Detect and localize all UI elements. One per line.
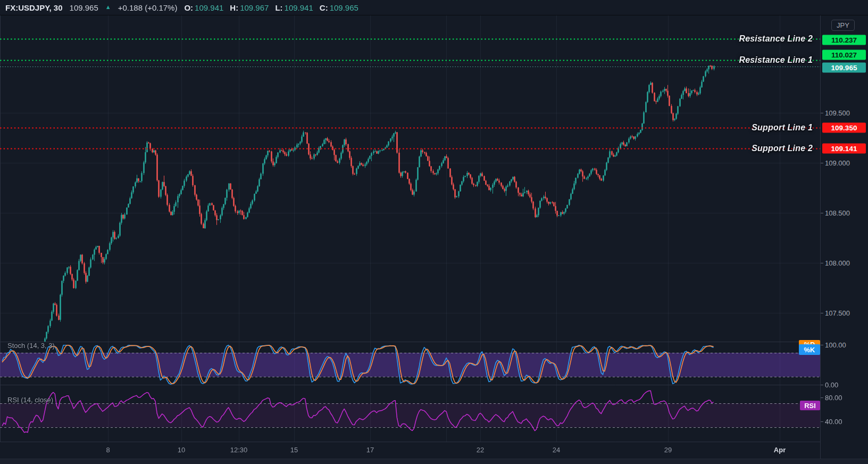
currency-button[interactable]: JPY [831, 20, 855, 31]
ohlc-label: L: [275, 3, 282, 12]
time-axis-label: 12:30 [230, 442, 248, 459]
ohlc-value: 109.941 [195, 3, 223, 12]
ohlc-value: 109.967 [240, 3, 269, 12]
rsi-axis-badge: RSI [800, 401, 820, 410]
price-axis-label: 108.000 [825, 259, 850, 267]
bottom-edge-strip [0, 459, 868, 464]
time-axis-label: 8 [106, 442, 110, 459]
price-axis-label: 108.500 [825, 209, 850, 217]
price-axis-label: 109.500 [825, 109, 850, 117]
ohlc-label: O: [184, 3, 193, 12]
axis-tick-mark [821, 163, 823, 163]
time-axis-label: 29 [664, 442, 672, 459]
price-axis-label: 107.500 [825, 309, 850, 317]
price-axis-label: 40.00 [825, 417, 842, 425]
support-line-label[interactable]: Support Line 1 [752, 123, 813, 132]
price-axis-label: 100.00 [825, 341, 846, 349]
price-axis-label: 0.00 [825, 381, 838, 389]
time-axis[interactable]: 81012:301517222429Apr [0, 442, 820, 459]
support-price-label[interactable]: 109.141 [822, 144, 866, 154]
axis-tick-mark [821, 397, 823, 398]
stoch-pane-title[interactable]: Stoch (14, 3, 3) [7, 342, 55, 350]
axis-tick-mark [821, 113, 823, 113]
axis-tick-mark [821, 213, 823, 213]
up-arrow-icon: ▲ [105, 4, 111, 10]
symbol-info-bar: FX:USDJPY, 30 109.965 ▲ +0.188 (+0.17%) … [0, 0, 868, 15]
axis-tick-mark [821, 385, 823, 385]
time-axis-label: 24 [553, 442, 560, 459]
rsi-pane-title[interactable]: RSI (14, close) [7, 396, 53, 404]
axis-tick-mark [821, 263, 823, 263]
ohlc-label: H: [230, 3, 238, 12]
support-price-label[interactable]: 109.350 [822, 123, 866, 133]
ohlc-item: O:109.941 [184, 3, 223, 12]
ohlc-item: H:109.967 [230, 3, 269, 12]
time-axis-label: 17 [366, 442, 374, 459]
stoch-k-axis-badge: %K [799, 344, 820, 355]
support-line-label[interactable]: Support Line 2 [752, 144, 813, 153]
ohlc-value: 109.941 [285, 3, 313, 12]
ohlc-value: 109.965 [330, 3, 358, 12]
resistance-line-label[interactable]: Resistance Line 1 [739, 55, 813, 65]
ohlc-label: C: [320, 3, 328, 12]
ohlc-item: L:109.941 [275, 3, 313, 12]
axis-tick-mark [821, 421, 823, 422]
resistance-line-label[interactable]: Resistance Line 2 [739, 34, 813, 44]
axis-tick-mark [821, 313, 823, 313]
time-axis-label: 15 [290, 442, 298, 459]
resistance-price-label[interactable]: 110.027 [822, 50, 866, 60]
chart-canvas[interactable] [0, 0, 820, 464]
time-axis-label: 10 [178, 442, 185, 459]
resistance-price-label[interactable]: 110.237 [822, 35, 866, 45]
axis-tick-mark [821, 345, 823, 345]
symbol-title[interactable]: FX:USDJPY, 30 [5, 3, 63, 12]
price-axis-label: 109.000 [825, 159, 850, 167]
trading-chart-app: FX:USDJPY, 30 109.965 ▲ +0.188 (+0.17%) … [0, 0, 868, 464]
price-axis[interactable]: JPY 109.500109.000108.500108.000107.5001… [820, 15, 868, 459]
time-axis-label: 22 [477, 442, 484, 459]
price-axis-label: 80.00 [825, 393, 842, 401]
current-price-label[interactable]: 109.965 [822, 63, 866, 73]
time-axis-label: Apr [774, 442, 786, 459]
ohlc-item: C:109.965 [320, 3, 358, 12]
last-price: 109.965 [70, 3, 98, 12]
ohlc-values: O:109.941H:109.967L:109.941C:109.965 [184, 3, 358, 12]
price-change: +0.188 (+0.17%) [118, 3, 178, 12]
